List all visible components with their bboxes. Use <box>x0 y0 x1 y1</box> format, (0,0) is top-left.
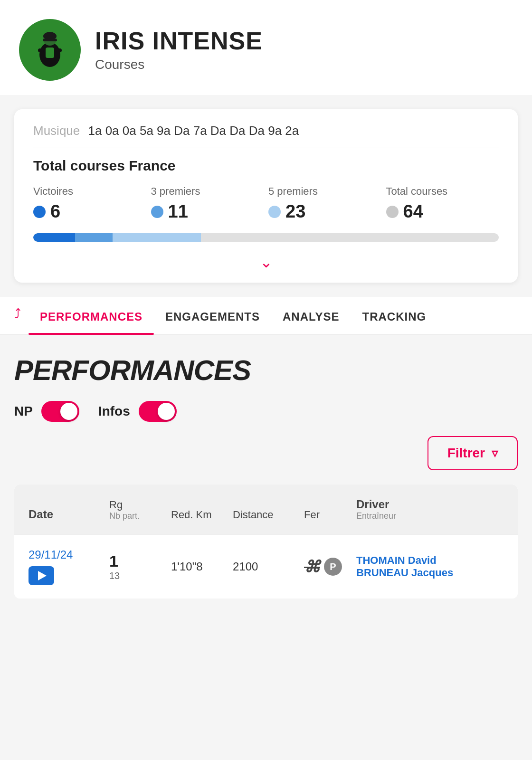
progress-5premiers <box>113 233 201 242</box>
fer-parking-icon: P <box>324 558 342 576</box>
filtrer-label: Filtrer <box>447 446 485 461</box>
svg-rect-3 <box>43 39 57 41</box>
stat-3premiers-label: 3 premiers <box>151 185 264 198</box>
row-driver[interactable]: THOMAIN David <box>356 554 504 567</box>
row-nb-part: 13 <box>109 570 166 581</box>
filter-icon: ▿ <box>492 446 498 461</box>
td-red-km: 1'10"8 <box>171 560 228 573</box>
header-text: IRIS INTENSE Courses <box>95 28 263 72</box>
performances-table: Date Rg Nb part. Red. Km Distance Fer Dr… <box>14 484 518 598</box>
progress-3premiers <box>75 233 112 242</box>
horse-avatar <box>19 19 81 81</box>
horse-name: IRIS INTENSE <box>95 28 263 55</box>
toggle-np-knob <box>60 403 77 420</box>
play-button[interactable] <box>28 566 54 585</box>
toggle-np[interactable] <box>41 401 79 422</box>
row-trainer[interactable]: BRUNEAU Jacques <box>356 567 504 579</box>
progress-victoires <box>33 233 75 242</box>
td-rank: 1 13 <box>109 552 166 581</box>
table-header: Date Rg Nb part. Red. Km Distance Fer Dr… <box>14 484 518 534</box>
play-icon <box>38 571 47 580</box>
stats-card: Musique 1a 0a 0a 5a 9a Da 7a Da Da Da 9a… <box>14 109 518 283</box>
musique-value: 1a 0a 0a 5a 9a Da 7a Da Da Da 9a 2a <box>88 124 299 138</box>
fer-cross-icon: ⌘ <box>304 557 320 576</box>
stat-3premiers-value: 11 <box>168 201 188 222</box>
musique-label: Musique <box>33 124 80 138</box>
th-rg: Rg Nb part. <box>109 499 166 521</box>
stat-total: Total courses 64 <box>386 185 499 222</box>
tab-performances[interactable]: PERFORMANCES <box>28 297 154 334</box>
td-driver: THOMAIN David BRUNEAU Jacques <box>356 554 504 579</box>
tab-engagements[interactable]: ENGAGEMENTS <box>154 297 271 334</box>
svg-rect-6 <box>56 48 62 52</box>
stats-grid: Victoires 6 3 premiers 11 5 premiers 23 … <box>33 185 499 222</box>
stat-victoires-value: 6 <box>50 201 60 222</box>
musique-row: Musique 1a 0a 0a 5a 9a Da 7a Da Da Da 9a… <box>33 124 499 148</box>
page-header: IRIS INTENSE Courses <box>0 0 532 95</box>
expand-chevron[interactable]: ⌄ <box>33 251 499 273</box>
th-red-km: Red. Km <box>171 509 228 521</box>
filter-row: Filtrer ▿ <box>14 436 518 470</box>
th-date: Date <box>28 508 104 521</box>
fer-icons: ⌘ P <box>304 557 352 576</box>
tab-tracking[interactable]: TRACKING <box>351 297 438 334</box>
page-subtitle: Courses <box>95 57 263 72</box>
stat-5premiers: 5 premiers 23 <box>268 185 381 222</box>
toggle-infos-knob <box>158 403 175 420</box>
toggle-infos-label: Infos <box>98 404 130 419</box>
progress-bar <box>33 233 499 242</box>
row-date[interactable]: 29/11/24 <box>28 548 104 561</box>
td-date: 29/11/24 <box>28 548 104 585</box>
th-driver: Driver Entraîneur <box>356 498 504 521</box>
svg-rect-4 <box>46 48 54 58</box>
stat-total-dot <box>386 206 399 218</box>
stat-total-label: Total courses <box>386 185 499 198</box>
th-distance: Distance <box>233 509 299 521</box>
td-distance: 2100 <box>233 560 299 573</box>
tab-analyse[interactable]: ANALYSE <box>271 297 351 334</box>
toggles-row: NP Infos <box>14 401 518 422</box>
toggle-infos-group: Infos <box>98 401 177 422</box>
stat-3premiers-dot <box>151 206 163 218</box>
performances-title: PERFORMANCES <box>14 354 518 387</box>
toggle-np-group: NP <box>14 401 79 422</box>
th-fer: Fer <box>304 509 352 521</box>
stat-5premiers-value: 23 <box>285 201 305 222</box>
toggle-np-label: NP <box>14 404 33 419</box>
total-title: Total courses France <box>33 158 499 174</box>
filtrer-button[interactable]: Filtrer ▿ <box>428 436 518 470</box>
svg-rect-5 <box>38 48 44 52</box>
stat-3premiers: 3 premiers 11 <box>151 185 264 222</box>
nav-icon: ⤴ <box>14 307 21 322</box>
stat-victoires-label: Victoires <box>33 185 146 198</box>
stat-victoires-dot <box>33 206 46 218</box>
performances-section: PERFORMANCES NP Infos Filtrer ▿ Date Rg <box>0 335 532 622</box>
stat-5premiers-label: 5 premiers <box>268 185 381 198</box>
td-fer: ⌘ P <box>304 557 352 576</box>
stat-total-value: 64 <box>403 201 423 222</box>
toggle-infos[interactable] <box>139 401 177 422</box>
row-rank: 1 <box>109 552 166 570</box>
stat-victoires: Victoires 6 <box>33 185 146 222</box>
nav-tabs: ⤴ PERFORMANCES ENGAGEMENTS ANALYSE TRACK… <box>0 297 532 335</box>
table-row: 29/11/24 1 13 1'10"8 2100 ⌘ P THO <box>14 534 518 598</box>
stat-5premiers-dot <box>268 206 281 218</box>
